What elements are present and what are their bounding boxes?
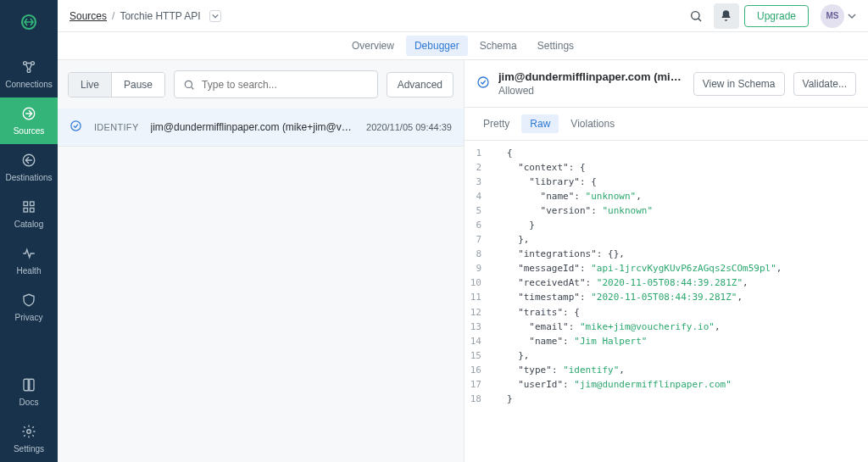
nav-label: Privacy — [15, 313, 43, 322]
nav-label: Docs — [19, 398, 39, 407]
breadcrumb-dropdown[interactable] — [209, 10, 221, 22]
nav-label: Connections — [5, 80, 53, 89]
svg-point-13 — [71, 121, 81, 131]
nav-label: Catalog — [14, 220, 43, 229]
svg-rect-9 — [31, 209, 35, 213]
topbar: Sources / Torchie HTTP API Upgrade MS — [58, 0, 868, 32]
detail-panel: jim@dundermifflinpaper.com (mike+jim@vou… — [465, 60, 868, 462]
notifications-button[interactable] — [714, 3, 739, 29]
svg-rect-8 — [24, 209, 28, 213]
validate-button[interactable]: Validate... — [793, 72, 856, 96]
nav-privacy[interactable]: Privacy — [0, 284, 58, 331]
check-circle-icon — [476, 75, 490, 92]
subtab-violations[interactable]: Violations — [562, 114, 623, 133]
nav-docs[interactable]: Docs — [0, 369, 58, 415]
breadcrumb-current: Torchie HTTP API — [120, 10, 200, 22]
breadcrumb-sep: / — [112, 10, 114, 22]
nav-catalog[interactable]: Catalog — [0, 191, 58, 237]
events-panel: Live Pause Advanced IDENTIFY jim@dunderm… — [58, 60, 465, 462]
search-input[interactable] — [202, 79, 369, 91]
svg-point-10 — [27, 430, 31, 434]
nav-sources[interactable]: Sources — [0, 97, 58, 144]
upgrade-button[interactable]: Upgrade — [744, 5, 809, 27]
subtab-raw[interactable]: Raw — [521, 114, 559, 133]
avatar: MS — [821, 4, 844, 28]
detail-header: jim@dundermifflinpaper.com (mike+jim@vou… — [465, 60, 868, 108]
privacy-icon — [21, 292, 36, 309]
event-row[interactable]: IDENTIFY jim@dundermifflinpaper.com (mik… — [58, 109, 464, 147]
bell-icon — [720, 9, 732, 22]
settings-icon — [21, 424, 36, 441]
sidebar: ConnectionsSourcesDestinationsCatalogHea… — [0, 0, 58, 462]
chevron-down-icon — [212, 13, 219, 19]
destinations-icon — [21, 153, 36, 170]
account-menu[interactable]: MS — [821, 4, 856, 28]
advanced-button[interactable]: Advanced — [387, 72, 453, 97]
subtab-pretty[interactable]: Pretty — [475, 114, 518, 133]
live-button[interactable]: Live — [69, 73, 112, 97]
detail-status: Allowed — [498, 85, 685, 97]
filter-bar: Live Pause Advanced — [58, 60, 464, 109]
nav-label: Settings — [14, 444, 44, 454]
breadcrumb-root[interactable]: Sources — [70, 10, 107, 22]
search-icon — [183, 79, 195, 91]
nav-connections[interactable]: Connections — [0, 51, 58, 97]
svg-point-1 — [24, 62, 27, 65]
svg-point-14 — [478, 77, 488, 87]
nav-health[interactable]: Health — [0, 237, 58, 284]
detail-title: jim@dundermifflinpaper.com (mike+jim@vou… — [498, 70, 685, 83]
connections-icon — [21, 59, 36, 76]
search-wrap — [174, 70, 378, 98]
tab-debugger[interactable]: Debugger — [406, 36, 468, 56]
sources-icon — [21, 106, 36, 123]
event-description: jim@dundermifflinpaper.com (mike+jim@vou… — [151, 121, 355, 133]
catalog-icon — [21, 199, 36, 216]
payload-code: 1 {2 "context": {3 "library": {4 "name":… — [465, 141, 868, 462]
nav-label: Health — [17, 266, 42, 276]
svg-point-2 — [31, 62, 35, 65]
tabs: OverviewDebuggerSchemaSettings — [58, 32, 868, 60]
event-time: 2020/11/05 09:44:39 — [366, 122, 452, 132]
tab-overview[interactable]: Overview — [343, 36, 403, 56]
search-button[interactable] — [683, 3, 709, 29]
search-icon — [689, 9, 703, 23]
event-type: IDENTIFY — [94, 122, 139, 132]
tab-schema[interactable]: Schema — [471, 36, 526, 56]
svg-point-12 — [185, 81, 192, 87]
tab-settings[interactable]: Settings — [529, 36, 582, 56]
check-circle-icon — [70, 120, 82, 135]
pause-button[interactable]: Pause — [112, 73, 164, 97]
svg-point-11 — [692, 11, 699, 19]
svg-rect-6 — [24, 202, 28, 206]
logo — [19, 12, 39, 32]
chevron-down-icon — [848, 12, 856, 20]
live-pause-toggle: Live Pause — [68, 72, 165, 97]
nav-label: Sources — [14, 126, 45, 136]
nav-destinations[interactable]: Destinations — [0, 144, 58, 191]
nav-settings[interactable]: Settings — [0, 415, 58, 462]
docs-icon — [21, 377, 36, 394]
nav-label: Destinations — [5, 173, 52, 182]
view-schema-button[interactable]: View in Schema — [693, 72, 785, 96]
payload-tabs: PrettyRawViolations — [465, 108, 868, 141]
svg-rect-7 — [31, 202, 35, 206]
health-icon — [21, 246, 36, 263]
